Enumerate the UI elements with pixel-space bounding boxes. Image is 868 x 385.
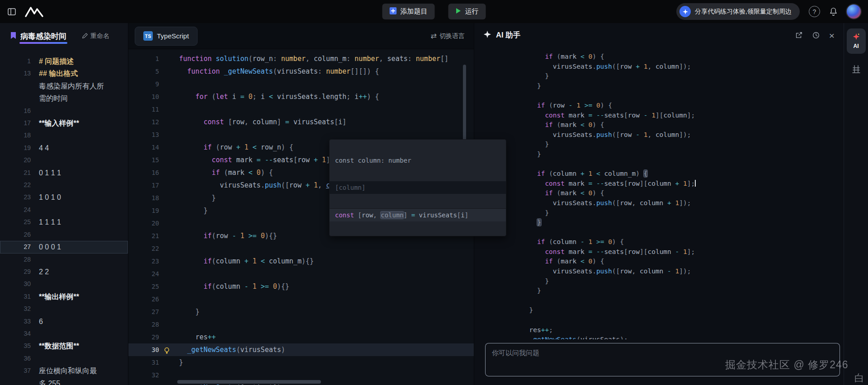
tab-typescript[interactable]: TS TypeScript [135, 27, 198, 46]
code-line[interactable]: 9 [128, 78, 474, 90]
markdown-editor[interactable]: 1# 问题描述13## 输出格式毒感染屋内所有人所需的时间1617**输入样例*… [0, 49, 128, 385]
rename-button[interactable]: 重命名 [82, 32, 109, 40]
code-text: for (let i = 0; i < virusSeats.length; i… [159, 90, 379, 103]
code-line[interactable]: 11 [128, 103, 474, 116]
code-line[interactable]: 23 if(column + 1 < column_m){} [128, 255, 474, 268]
markdown-line[interactable]: 多 255 [0, 377, 128, 385]
markdown-line[interactable]: 194 4 [0, 142, 128, 154]
user-avatar[interactable] [847, 5, 861, 19]
markdown-line[interactable]: 18 [0, 129, 128, 141]
markdown-line[interactable]: 35**数据范围** [0, 340, 128, 352]
code-line[interactable]: 26 [128, 293, 474, 305]
switch-language-label: 切换语言 [439, 32, 465, 40]
pencil-icon [82, 33, 88, 40]
line-number: 10 [128, 90, 159, 103]
code-line[interactable]: 31} [128, 356, 474, 369]
code-line[interactable]: 30 _getNewSeats(virusSeats) [128, 343, 474, 356]
sidebar-toggle-icon[interactable] [7, 7, 16, 16]
ai-code-line: if (mark < 0) { [521, 188, 844, 198]
line-number: 22 [128, 242, 159, 255]
line-number: 36 [0, 352, 31, 365]
code-line[interactable]: 24 [128, 268, 474, 280]
markdown-line[interactable]: 37座位横向和纵向最 [0, 365, 128, 377]
markdown-line[interactable]: 34 [0, 328, 128, 340]
code-line[interactable]: 32 [128, 369, 474, 381]
line-number: 20 [0, 154, 31, 166]
code-line[interactable]: 5 function _getNewSeats(virusSeats: numb… [128, 65, 474, 78]
line-number: 5 [128, 65, 159, 78]
ai-code-line: if (mark < 0) { [521, 52, 844, 62]
ai-question-input[interactable] [486, 343, 840, 376]
markdown-line[interactable]: 20 [0, 154, 128, 166]
code-text: } [159, 204, 208, 217]
markdown-line[interactable]: 31**输出样例** [0, 291, 128, 303]
topbar: 添加题目 运行 分享代码练习体验,领限量定制周边 ? [0, 0, 868, 23]
markdown-line[interactable]: 13## 输出格式 [0, 67, 128, 80]
code-line[interactable]: 28 [128, 318, 474, 331]
code-text: if (mark < 0) { [159, 166, 273, 179]
code-line[interactable]: 25 if(column - 1 >= 0){} [128, 280, 474, 293]
line-number: 30 [0, 278, 31, 290]
ai-code-line: res++; [521, 325, 844, 335]
markdown-line[interactable]: 32 [0, 303, 128, 315]
notification-bell-icon[interactable] [829, 7, 838, 16]
markdown-line[interactable]: 需的时间 [0, 92, 128, 104]
line-number: 15 [128, 154, 159, 166]
code-editor-panel: TS TypeScript ⇄ 切换语言 1function solution(… [128, 23, 474, 385]
code-text: if (row + 1 < row_n) { [159, 141, 293, 154]
markdown-text: **数据范围** [31, 340, 79, 352]
ai-code-line: const mark = --seats[row][column - 1]; [521, 247, 844, 257]
code-line[interactable]: 22 [128, 242, 474, 255]
markdown-text: 1 1 1 1 [31, 216, 61, 228]
switch-language-button[interactable]: ⇄ 切换语言 [431, 32, 465, 40]
line-number: 20 [128, 217, 159, 230]
markdown-line[interactable]: 1# 问题描述 [0, 55, 128, 67]
line-number: 29 [128, 331, 159, 343]
code-line[interactable]: 12 const [row, column] = virusSeats[i] [128, 116, 474, 128]
share-banner[interactable]: 分享代码练习体验,领限量定制周边 [676, 3, 800, 20]
code-text [159, 268, 179, 280]
close-icon[interactable]: × [829, 31, 835, 40]
markdown-line[interactable]: 22 [0, 179, 128, 191]
line-number: 28 [128, 318, 159, 331]
markdown-line[interactable]: 28 [0, 254, 128, 266]
editor-horizontal-scrollbar[interactable] [177, 380, 321, 384]
code-text [159, 217, 179, 230]
line-number: 19 [128, 204, 159, 217]
markdown-line[interactable]: 30 [0, 278, 128, 290]
markdown-line[interactable]: 210 1 1 1 [0, 167, 128, 179]
tool-icon[interactable] [852, 65, 861, 74]
markdown-line[interactable]: 17**输入样例** [0, 117, 128, 129]
ai-code-line: if (column - 1 >= 0) { [521, 237, 844, 247]
line-number: 12 [128, 116, 159, 128]
line-number: 32 [0, 303, 31, 315]
markdown-line[interactable]: 36 [0, 352, 128, 365]
markdown-line[interactable]: 292 2 [0, 266, 128, 278]
markdown-line[interactable]: 26 [0, 229, 128, 241]
markdown-line[interactable]: 24 [0, 204, 128, 216]
markdown-line[interactable]: 251 1 1 1 [0, 216, 128, 228]
code-text: } [159, 305, 199, 318]
markdown-line[interactable]: 16 [0, 105, 128, 117]
ai-chat-code: if (mark < 0) { virusSeats.push([row + 1… [474, 47, 844, 339]
line-number: 27 [128, 305, 159, 318]
help-icon[interactable]: ? [809, 6, 820, 17]
run-label: 运行 [465, 7, 479, 16]
add-question-button[interactable]: 添加题目 [382, 4, 435, 19]
markdown-line[interactable]: 毒感染屋内所有人所 [0, 80, 128, 92]
markdown-line[interactable]: 336 [0, 315, 128, 328]
markdown-line[interactable]: 270 0 0 1 [0, 241, 128, 253]
code-line[interactable]: 1function solution(row_n: number, column… [128, 52, 474, 65]
run-button[interactable]: 运行 [448, 4, 486, 19]
line-number: 19 [0, 142, 31, 154]
line-number: 33 [0, 315, 31, 328]
code-line[interactable]: 27 } [128, 305, 474, 318]
code-line[interactable]: 29 res++ [128, 331, 474, 343]
ai-assistant-button[interactable]: AI [847, 28, 866, 54]
code-text: if(row - 1 >= 0){} [159, 230, 277, 242]
markdown-line[interactable]: 231 0 1 0 [0, 191, 128, 203]
export-chat-icon[interactable] [795, 31, 803, 39]
history-icon[interactable] [812, 31, 820, 39]
ai-assistant-panel: AI 助手 × if (mark < 0) { virusSeats.push(… [474, 23, 844, 385]
code-line[interactable]: 10 for (let i = 0; i < virusSeats.length… [128, 90, 474, 103]
